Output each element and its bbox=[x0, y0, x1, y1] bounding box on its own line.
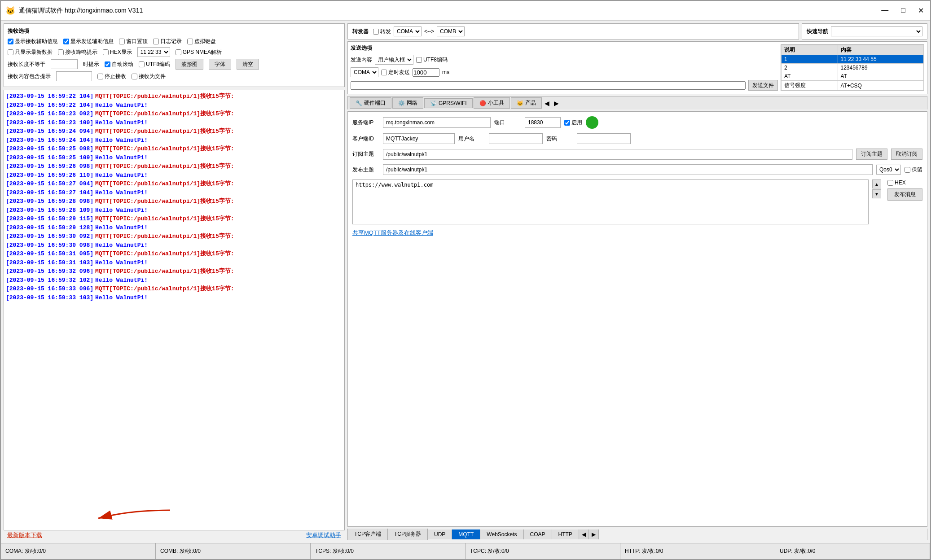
log-area: [2023-09-15 16:59:22 104]MQTT[TOPIC:/pub… bbox=[4, 90, 345, 530]
log-line: [2023-09-15 16:59:27 094]MQTT[TOPIC:/pub… bbox=[6, 179, 343, 188]
clear-button[interactable]: 清空 bbox=[237, 59, 259, 70]
tab-websockets[interactable]: WebSockets bbox=[480, 529, 523, 539]
cb-receive-to-file[interactable]: 接收为文件 bbox=[132, 73, 166, 80]
scroll-down-button[interactable]: ▼ bbox=[872, 189, 881, 198]
length-input[interactable] bbox=[51, 59, 78, 69]
forwarder-to-select[interactable]: COMB bbox=[437, 26, 465, 36]
table-row[interactable]: 信号强度AT+CSQ bbox=[782, 81, 924, 91]
tab-tcp-client[interactable]: TCP客户端 bbox=[348, 529, 388, 540]
cb-send-utf8[interactable]: UTF8编码 bbox=[416, 56, 448, 64]
quick-nav-title: 快速导航 bbox=[807, 28, 828, 35]
cb-timed[interactable]: 定时发送 bbox=[381, 69, 410, 76]
tab-http[interactable]: HTTP bbox=[552, 529, 579, 539]
tab-udp[interactable]: UDP bbox=[428, 529, 452, 539]
log-line: [2023-09-15 16:59:25 109]Hello WalnutPi! bbox=[6, 153, 343, 162]
password-label: 密码 bbox=[546, 135, 573, 143]
log-line: [2023-09-15 16:59:33 103]Hello WalnutPi! bbox=[6, 293, 343, 302]
table-row[interactable]: 2123456789 bbox=[782, 64, 924, 72]
publish-button[interactable]: 发布消息 bbox=[887, 188, 922, 201]
font-button[interactable]: 字体 bbox=[209, 59, 231, 70]
password-input[interactable] bbox=[577, 133, 631, 144]
content-hint-input[interactable] bbox=[56, 71, 92, 81]
forwarder-from-select[interactable]: COMA bbox=[394, 26, 422, 36]
cb-log[interactable]: 日志记录 bbox=[153, 38, 182, 45]
cb-stop-receive[interactable]: 停止接收 bbox=[97, 73, 126, 80]
send-file-button[interactable]: 发送文件 bbox=[748, 80, 778, 91]
log-line: [2023-09-15 16:59:26 110]Hello WalnutPi! bbox=[6, 171, 343, 180]
tab-gprs-wifi[interactable]: 📡 GPRS/WIFI bbox=[424, 98, 473, 108]
log-line: [2023-09-15 16:59:30 092]MQTT[TOPIC:/pub… bbox=[6, 232, 343, 241]
tab-hardware-port[interactable]: 🔧 硬件端口 bbox=[350, 97, 391, 109]
share-link[interactable]: 共享MQTT服务器及在线客户端 bbox=[352, 229, 922, 237]
cb-show-send[interactable]: 显示发送辅助信息 bbox=[63, 38, 114, 45]
log-line: [2023-09-15 16:59:24 094]MQTT[TOPIC:/pub… bbox=[6, 127, 343, 136]
username-input[interactable] bbox=[489, 133, 543, 144]
forwarder-arrow: <--> bbox=[424, 28, 434, 35]
log-content: MQTT[TOPIC:/public/walnutpi/1]接收15字节: bbox=[95, 109, 234, 118]
server-ip-input[interactable] bbox=[383, 117, 491, 128]
subscribe-button[interactable]: 订阅主题 bbox=[856, 149, 887, 160]
unsubscribe-button[interactable]: 取消订阅 bbox=[891, 149, 922, 160]
cb-keep[interactable]: 保留 bbox=[905, 166, 922, 174]
download-link[interactable]: 最新版本下载 bbox=[7, 531, 42, 539]
table-row[interactable]: ATAT bbox=[782, 72, 924, 81]
log-content: Hello WalnutPi! bbox=[95, 258, 148, 267]
tab-arrow-prev[interactable]: ◀ bbox=[543, 99, 551, 108]
maximize-button[interactable]: □ bbox=[899, 6, 907, 15]
qos-select[interactable]: Qos0 bbox=[876, 165, 901, 175]
cb-virtual-kb[interactable]: 虚拟键盘 bbox=[187, 38, 216, 45]
tab-products[interactable]: 😺 产品 bbox=[511, 97, 542, 109]
log-line: [2023-09-15 16:59:30 098]Hello WalnutPi! bbox=[6, 241, 343, 250]
send-text-input[interactable] bbox=[351, 81, 746, 90]
cb-forward[interactable]: 转发 bbox=[373, 28, 391, 35]
log-timestamp: [2023-09-15 16:59:25 098] bbox=[6, 144, 93, 153]
log-content: MQTT[TOPIC:/public/walnutpi/1]接收15字节: bbox=[95, 267, 234, 276]
forwarder-title: 转发器 bbox=[352, 28, 369, 35]
publish-topic-input[interactable] bbox=[383, 164, 873, 175]
cb-show-receive[interactable]: 显示接收辅助信息 bbox=[8, 38, 58, 45]
close-button[interactable]: ✕ bbox=[916, 6, 926, 15]
right-top-row: 转发器 转发 COMA <--> COMB 快速导航 bbox=[347, 23, 927, 39]
annotation-arrow bbox=[85, 501, 175, 524]
cb-hex-display[interactable]: HEX显示 bbox=[103, 48, 132, 56]
minimize-button[interactable]: — bbox=[879, 6, 890, 15]
cb-auto-scroll[interactable]: 自动滚动 bbox=[105, 61, 133, 68]
scroll-up-button[interactable]: ▲ bbox=[872, 179, 881, 188]
cb-hex-publish[interactable]: HEX bbox=[887, 179, 922, 186]
send-port-select[interactable]: COMA bbox=[351, 67, 378, 77]
bottom-tab-prev[interactable]: ◀ bbox=[579, 529, 589, 539]
cb-gps[interactable]: GPS NMEA解析 bbox=[176, 48, 222, 56]
subscribe-topic-label: 订阅主题 bbox=[352, 150, 379, 158]
log-content: MQTT[TOPIC:/public/walnutpi/1]接收15字节: bbox=[95, 162, 234, 171]
tab-network[interactable]: ⚙️ 网络 bbox=[392, 97, 423, 109]
log-line: [2023-09-15 16:59:24 104]Hello WalnutPi! bbox=[6, 136, 343, 145]
interval-input[interactable] bbox=[413, 68, 439, 77]
cb-enable[interactable]: 启用 bbox=[564, 119, 582, 127]
hex-select[interactable]: 11 22 33 bbox=[137, 47, 170, 57]
port-input[interactable] bbox=[525, 117, 561, 128]
table-row[interactable]: 111 22 33 44 55 bbox=[782, 55, 924, 64]
cb-beep[interactable]: 接收蜂鸣提示 bbox=[58, 48, 97, 56]
client-id-input[interactable] bbox=[383, 133, 455, 144]
table-cell-content: AT bbox=[838, 72, 924, 81]
cb-utf8[interactable]: UTF8编码 bbox=[139, 61, 170, 68]
cb-topmost[interactable]: 窗口置顶 bbox=[119, 38, 148, 45]
log-line: [2023-09-15 16:59:23 092]MQTT[TOPIC:/pub… bbox=[6, 109, 343, 118]
message-textarea[interactable]: https://www.walnutpi.com bbox=[352, 179, 869, 224]
bottom-tab-next[interactable]: ▶ bbox=[589, 529, 599, 539]
waveform-button[interactable]: 波形图 bbox=[176, 59, 203, 70]
log-content: MQTT[TOPIC:/public/walnutpi/1]接收15字节: bbox=[95, 284, 234, 293]
send-type-select[interactable]: 用户输入框 bbox=[375, 55, 413, 65]
android-link[interactable]: 安卓调试助手 bbox=[306, 531, 341, 539]
tab-tcp-server[interactable]: TCP服务器 bbox=[388, 529, 428, 540]
tab-coap[interactable]: COAP bbox=[524, 529, 552, 539]
connected-indicator bbox=[586, 116, 598, 129]
status-tcps: TCPS: 发/收:0/0 bbox=[311, 543, 466, 559]
tab-tools[interactable]: 🔴 小工具 bbox=[474, 97, 510, 109]
cb-only-latest[interactable]: 只显示最新数据 bbox=[8, 48, 53, 56]
tab-arrow-next[interactable]: ▶ bbox=[552, 99, 561, 108]
tab-mqtt[interactable]: MQTT bbox=[452, 529, 480, 539]
quick-nav-select[interactable] bbox=[831, 26, 922, 36]
table-cell-desc: 2 bbox=[782, 64, 838, 72]
subscribe-topic-input[interactable] bbox=[383, 149, 852, 160]
